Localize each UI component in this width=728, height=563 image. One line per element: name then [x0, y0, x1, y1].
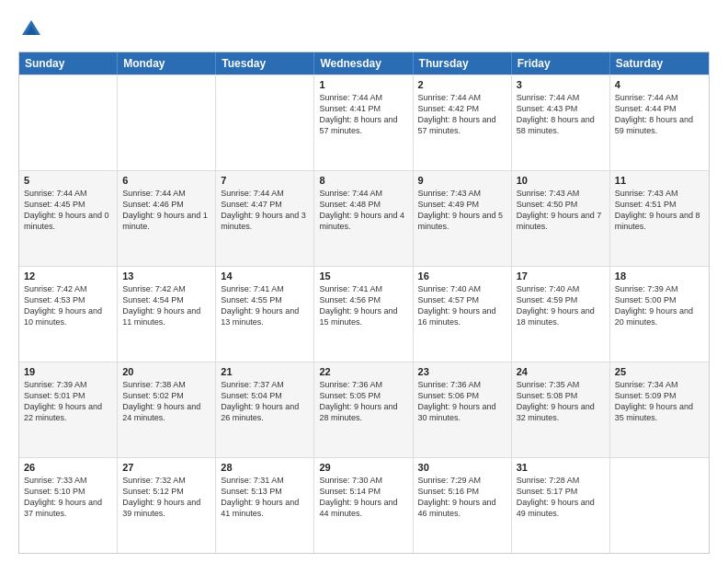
calendar-cell: 20Sunrise: 7:38 AM Sunset: 5:02 PM Dayli…	[118, 362, 216, 457]
calendar-row: 19Sunrise: 7:39 AM Sunset: 5:01 PM Dayli…	[19, 362, 709, 457]
calendar-cell	[19, 75, 118, 170]
calendar-cell: 1Sunrise: 7:44 AM Sunset: 4:41 PM Daylig…	[314, 75, 413, 170]
logo	[18, 17, 48, 42]
calendar-cell: 15Sunrise: 7:41 AM Sunset: 4:56 PM Dayli…	[314, 267, 413, 362]
cell-info: Sunrise: 7:29 AM Sunset: 5:16 PM Dayligh…	[418, 475, 506, 520]
calendar-cell: 10Sunrise: 7:43 AM Sunset: 4:50 PM Dayli…	[512, 171, 610, 266]
cell-info: Sunrise: 7:31 AM Sunset: 5:13 PM Dayligh…	[221, 475, 309, 520]
cell-info: Sunrise: 7:44 AM Sunset: 4:44 PM Dayligh…	[615, 92, 704, 137]
calendar-cell: 2Sunrise: 7:44 AM Sunset: 4:42 PM Daylig…	[414, 75, 512, 170]
day-number: 15	[319, 270, 407, 282]
header	[18, 17, 710, 42]
cell-info: Sunrise: 7:35 AM Sunset: 5:08 PM Dayligh…	[517, 379, 605, 424]
day-number: 17	[517, 270, 605, 282]
cell-info: Sunrise: 7:37 AM Sunset: 5:04 PM Dayligh…	[221, 379, 309, 424]
calendar-cell: 28Sunrise: 7:31 AM Sunset: 5:13 PM Dayli…	[216, 458, 314, 553]
page: SundayMondayTuesdayWednesdayThursdayFrid…	[0, 0, 728, 563]
day-number: 3	[517, 79, 605, 90]
day-number: 7	[221, 175, 309, 186]
day-number: 23	[418, 366, 506, 377]
calendar-cell: 24Sunrise: 7:35 AM Sunset: 5:08 PM Dayli…	[512, 362, 610, 457]
day-number: 18	[615, 270, 704, 282]
cell-info: Sunrise: 7:44 AM Sunset: 4:45 PM Dayligh…	[24, 188, 112, 233]
calendar-cell: 16Sunrise: 7:40 AM Sunset: 4:57 PM Dayli…	[414, 267, 512, 362]
calendar-cell: 26Sunrise: 7:33 AM Sunset: 5:10 PM Dayli…	[19, 458, 118, 553]
cell-info: Sunrise: 7:43 AM Sunset: 4:51 PM Dayligh…	[615, 188, 704, 233]
cell-info: Sunrise: 7:38 AM Sunset: 5:02 PM Dayligh…	[122, 379, 210, 424]
day-number: 25	[615, 366, 704, 377]
calendar-cell: 7Sunrise: 7:44 AM Sunset: 4:47 PM Daylig…	[216, 171, 314, 266]
calendar-row: 1Sunrise: 7:44 AM Sunset: 4:41 PM Daylig…	[19, 75, 709, 170]
weekday-header: Monday	[118, 52, 216, 75]
day-number: 8	[319, 175, 407, 186]
day-number: 31	[517, 462, 605, 473]
calendar-cell	[610, 458, 709, 553]
calendar-cell: 12Sunrise: 7:42 AM Sunset: 4:53 PM Dayli…	[19, 267, 118, 362]
cell-info: Sunrise: 7:41 AM Sunset: 4:55 PM Dayligh…	[221, 283, 309, 328]
cell-info: Sunrise: 7:42 AM Sunset: 4:54 PM Dayligh…	[122, 283, 210, 328]
cell-info: Sunrise: 7:32 AM Sunset: 5:12 PM Dayligh…	[122, 475, 210, 520]
cell-info: Sunrise: 7:28 AM Sunset: 5:17 PM Dayligh…	[517, 475, 605, 520]
cell-info: Sunrise: 7:44 AM Sunset: 4:48 PM Dayligh…	[319, 188, 407, 233]
calendar-cell: 9Sunrise: 7:43 AM Sunset: 4:49 PM Daylig…	[414, 171, 512, 266]
weekday-header: Sunday	[19, 52, 118, 75]
cell-info: Sunrise: 7:44 AM Sunset: 4:43 PM Dayligh…	[517, 92, 605, 137]
calendar-cell: 19Sunrise: 7:39 AM Sunset: 5:01 PM Dayli…	[19, 362, 118, 457]
day-number: 4	[615, 79, 704, 90]
calendar-cell: 30Sunrise: 7:29 AM Sunset: 5:16 PM Dayli…	[414, 458, 512, 553]
weekday-header: Tuesday	[216, 52, 314, 75]
calendar-cell: 4Sunrise: 7:44 AM Sunset: 4:44 PM Daylig…	[610, 75, 709, 170]
calendar-cell: 21Sunrise: 7:37 AM Sunset: 5:04 PM Dayli…	[216, 362, 314, 457]
calendar-cell: 27Sunrise: 7:32 AM Sunset: 5:12 PM Dayli…	[118, 458, 216, 553]
day-number: 24	[517, 366, 605, 377]
cell-info: Sunrise: 7:44 AM Sunset: 4:41 PM Dayligh…	[319, 92, 407, 137]
day-number: 21	[221, 366, 309, 377]
day-number: 29	[319, 462, 407, 473]
calendar-cell	[118, 75, 216, 170]
cell-info: Sunrise: 7:43 AM Sunset: 4:49 PM Dayligh…	[418, 188, 506, 233]
weekday-header: Saturday	[610, 52, 709, 75]
day-number: 6	[122, 175, 210, 186]
cell-info: Sunrise: 7:33 AM Sunset: 5:10 PM Dayligh…	[24, 475, 112, 520]
day-number: 19	[24, 366, 112, 377]
day-number: 28	[221, 462, 309, 473]
day-number: 11	[615, 175, 704, 186]
cell-info: Sunrise: 7:41 AM Sunset: 4:56 PM Dayligh…	[319, 283, 407, 328]
day-number: 9	[418, 175, 506, 186]
cell-info: Sunrise: 7:44 AM Sunset: 4:47 PM Dayligh…	[221, 188, 309, 233]
calendar-cell: 31Sunrise: 7:28 AM Sunset: 5:17 PM Dayli…	[512, 458, 610, 553]
day-number: 13	[122, 270, 210, 282]
day-number: 12	[24, 270, 112, 282]
calendar-row: 26Sunrise: 7:33 AM Sunset: 5:10 PM Dayli…	[19, 457, 709, 553]
calendar-cell: 22Sunrise: 7:36 AM Sunset: 5:05 PM Dayli…	[314, 362, 413, 457]
calendar-cell: 25Sunrise: 7:34 AM Sunset: 5:09 PM Dayli…	[610, 362, 709, 457]
calendar-cell: 17Sunrise: 7:40 AM Sunset: 4:59 PM Dayli…	[512, 267, 610, 362]
cell-info: Sunrise: 7:30 AM Sunset: 5:14 PM Dayligh…	[319, 475, 407, 520]
calendar-cell: 8Sunrise: 7:44 AM Sunset: 4:48 PM Daylig…	[314, 171, 413, 266]
calendar-row: 12Sunrise: 7:42 AM Sunset: 4:53 PM Dayli…	[19, 266, 709, 362]
calendar-cell: 14Sunrise: 7:41 AM Sunset: 4:55 PM Dayli…	[216, 267, 314, 362]
day-number: 2	[418, 79, 506, 90]
cell-info: Sunrise: 7:44 AM Sunset: 4:46 PM Dayligh…	[122, 188, 210, 233]
calendar-cell: 23Sunrise: 7:36 AM Sunset: 5:06 PM Dayli…	[414, 362, 512, 457]
calendar-cell: 29Sunrise: 7:30 AM Sunset: 5:14 PM Dayli…	[314, 458, 413, 553]
weekday-header: Thursday	[414, 52, 512, 75]
day-number: 27	[122, 462, 210, 473]
cell-info: Sunrise: 7:40 AM Sunset: 4:59 PM Dayligh…	[517, 283, 605, 328]
cell-info: Sunrise: 7:34 AM Sunset: 5:09 PM Dayligh…	[615, 379, 704, 424]
weekday-header: Friday	[512, 52, 610, 75]
logo-icon	[18, 17, 44, 42]
day-number: 14	[221, 270, 309, 282]
cell-info: Sunrise: 7:39 AM Sunset: 5:01 PM Dayligh…	[24, 379, 112, 424]
cell-info: Sunrise: 7:36 AM Sunset: 5:05 PM Dayligh…	[319, 379, 407, 424]
calendar-header: SundayMondayTuesdayWednesdayThursdayFrid…	[19, 52, 709, 75]
day-number: 10	[517, 175, 605, 186]
day-number: 30	[418, 462, 506, 473]
calendar-cell	[216, 75, 314, 170]
calendar-body: 1Sunrise: 7:44 AM Sunset: 4:41 PM Daylig…	[19, 75, 709, 553]
calendar-cell: 11Sunrise: 7:43 AM Sunset: 4:51 PM Dayli…	[610, 171, 709, 266]
day-number: 26	[24, 462, 112, 473]
cell-info: Sunrise: 7:39 AM Sunset: 5:00 PM Dayligh…	[615, 283, 704, 328]
calendar-cell: 6Sunrise: 7:44 AM Sunset: 4:46 PM Daylig…	[118, 171, 216, 266]
cell-info: Sunrise: 7:40 AM Sunset: 4:57 PM Dayligh…	[418, 283, 506, 328]
